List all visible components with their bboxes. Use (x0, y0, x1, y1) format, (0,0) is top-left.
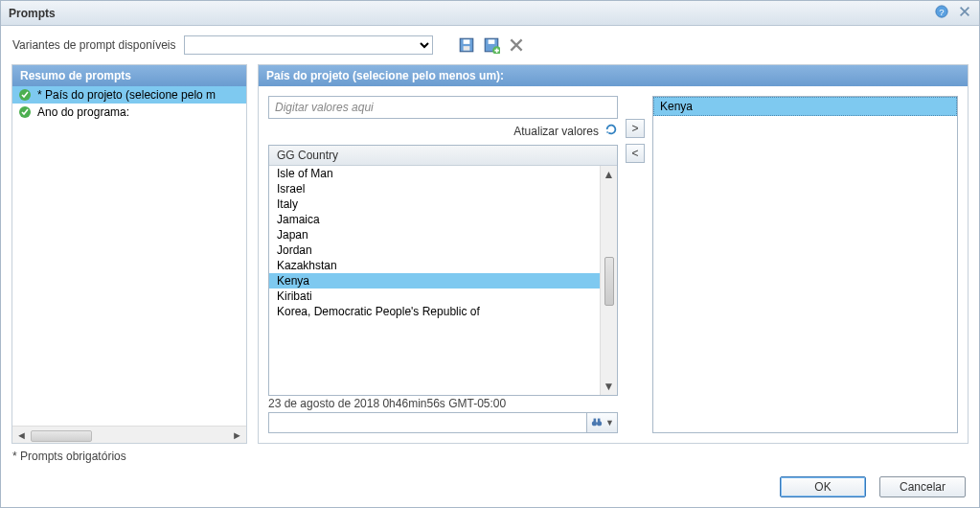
cancel-button[interactable]: Cancelar (879, 476, 966, 497)
scroll-thumb[interactable] (31, 430, 228, 440)
list-item[interactable]: Kenya (269, 273, 600, 289)
move-right-button[interactable]: > (626, 119, 645, 138)
svg-rect-6 (488, 39, 494, 44)
svg-rect-13 (598, 418, 601, 421)
detail-panel: País do projeto (selecione pelo menos um… (258, 64, 969, 444)
list-item[interactable]: Italy (269, 196, 600, 212)
list-item[interactable]: Korea, Democratic People's Republic of (269, 304, 600, 319)
list-body: Isle of ManIsraelItalyJamaicaJapanJordan… (269, 166, 617, 395)
list-item[interactable]: Kiribati (269, 289, 600, 304)
scroll-track[interactable] (604, 183, 614, 378)
delete-icon[interactable] (508, 36, 525, 54)
move-left-button[interactable]: < (626, 144, 645, 163)
svg-rect-4 (463, 46, 469, 51)
window-title: Prompts (9, 7, 56, 20)
variants-toolbar: Variantes de prompt disponíveis (1, 26, 979, 64)
scroll-right-icon[interactable]: ► (232, 429, 242, 441)
horizontal-scrollbar[interactable]: ◄ ► (12, 426, 246, 443)
variants-label: Variantes de prompt disponíveis (12, 38, 176, 52)
list-item[interactable]: Kazakhstan (269, 258, 600, 273)
refresh-icon[interactable] (604, 123, 618, 139)
content-area: Resumo de prompts * País do projeto (sel… (1, 64, 979, 444)
available-column: Atualizar valores GG Country Isle of Man… (268, 96, 618, 433)
help-icon[interactable]: ? (935, 5, 948, 21)
list-item[interactable]: Jordan (269, 242, 600, 258)
variants-select[interactable] (184, 35, 433, 55)
check-icon (18, 105, 32, 119)
prompt-list: * País do projeto (selecione pelo m Ano … (12, 86, 246, 426)
detail-header: País do projeto (selecione pelo menos um… (259, 65, 968, 86)
search-input[interactable] (268, 412, 587, 433)
dropdown-arrow-icon: ▼ (605, 418, 614, 427)
search-row: ▼ (268, 412, 618, 433)
ok-button[interactable]: OK (780, 476, 866, 497)
dialog-buttons: OK Cancelar (1, 471, 979, 507)
svg-text:?: ? (939, 7, 944, 17)
timestamp-label: 23 de agosto de 2018 0h46min56s GMT-05:0… (268, 396, 618, 410)
move-buttons-column: > < (626, 119, 645, 433)
country-listbox: GG Country Isle of ManIsraelItalyJamaica… (268, 145, 618, 396)
save-plus-icon[interactable] (483, 36, 500, 54)
prompt-item-label: * País do projeto (selecione pelo m (37, 88, 216, 102)
prompt-item-label: Ano do programa: (37, 105, 129, 119)
list-item[interactable]: Israel (269, 181, 600, 196)
summary-header: Resumo de prompts (12, 65, 246, 86)
prompt-item-country[interactable]: * País do projeto (selecione pelo m (12, 86, 246, 104)
list-item[interactable]: Jamaica (269, 212, 600, 227)
scroll-up-icon[interactable]: ▲ (604, 168, 615, 181)
svg-rect-12 (594, 418, 597, 421)
detail-body: Atualizar valores GG Country Isle of Man… (259, 86, 968, 443)
list-item[interactable]: Isle of Man (269, 166, 600, 181)
required-footnote: * Prompts obrigatórios (1, 444, 979, 471)
vertical-scrollbar[interactable]: ▲ ▼ (600, 166, 617, 395)
scroll-down-icon[interactable]: ▼ (604, 380, 615, 393)
titlebar: Prompts ? (1, 1, 979, 26)
titlebar-icons: ? (935, 5, 971, 21)
selected-values-box: Kenya (652, 96, 958, 433)
svg-rect-3 (463, 39, 469, 44)
close-icon[interactable] (958, 5, 971, 21)
summary-panel: Resumo de prompts * País do projeto (sel… (11, 64, 247, 444)
binoculars-icon (590, 416, 604, 430)
list-item[interactable]: Japan (269, 227, 600, 242)
refresh-label: Atualizar valores (513, 125, 599, 138)
type-values-input[interactable] (268, 96, 618, 119)
list-column-header: GG Country (269, 146, 617, 166)
search-button[interactable]: ▼ (587, 412, 618, 433)
prompt-item-year[interactable]: Ano do programa: (12, 104, 246, 121)
scroll-thumb[interactable] (604, 257, 614, 306)
country-list[interactable]: Isle of ManIsraelItalyJamaicaJapanJordan… (269, 166, 600, 395)
prompts-dialog: Prompts ? Variantes de prompt disponívei… (0, 0, 980, 508)
check-icon (18, 88, 32, 102)
save-icon[interactable] (458, 36, 475, 54)
scroll-left-icon[interactable]: ◄ (16, 429, 27, 441)
refresh-row: Atualizar valores (268, 119, 618, 145)
selected-value-item[interactable]: Kenya (653, 97, 957, 116)
